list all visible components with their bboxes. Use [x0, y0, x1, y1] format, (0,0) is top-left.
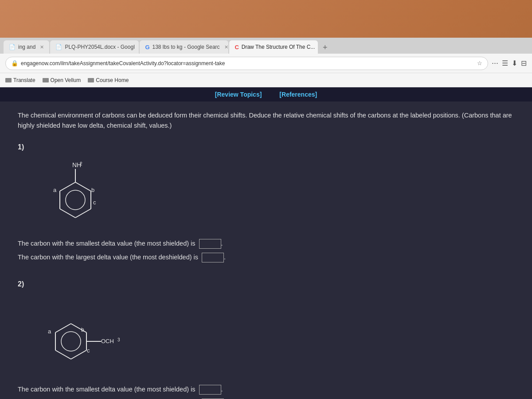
tab-4[interactable]: C Draw The Structure Of The C... ✕	[229, 40, 318, 54]
svg-text:OCH: OCH	[101, 338, 114, 344]
bookmark-translate-icon	[5, 78, 12, 82]
svg-text:2: 2	[80, 161, 82, 166]
bookmark-translate-label: Translate	[13, 77, 35, 83]
q2-label: 2)	[18, 278, 514, 290]
tab-2[interactable]: 📄 PLQ-PHY2054L.docx - Googl ✕	[50, 40, 139, 54]
svg-line-16	[55, 350, 71, 359]
tab-4-icon: C	[235, 44, 239, 51]
bookmark-course-home[interactable]: Course Home	[88, 77, 129, 83]
q1-smallest-line: The carbon with the smallest delta value…	[18, 239, 514, 249]
svg-text:b: b	[91, 187, 94, 193]
address-bar: 🔒 engagenow.com/ilrn/takeAssignment/take…	[0, 54, 532, 73]
download-icon[interactable]: ⬇	[512, 59, 517, 67]
url-box[interactable]: 🔒 engagenow.com/ilrn/takeAssignment/take…	[5, 57, 488, 70]
svg-line-18	[55, 324, 71, 332]
desktop: 📄 ing and ✕ 📄 PLQ-PHY2054L.docx - Googl …	[0, 0, 532, 399]
address-icons: ··· ☰ ⬇ ⊟	[492, 59, 527, 68]
q1-smallest-text: The carbon with the smallest delta value…	[18, 240, 196, 247]
q1-largest-line: The carbon with the largest delta value …	[18, 252, 514, 262]
tab-3[interactable]: G 138 lbs to kg - Google Searc ✕	[140, 40, 228, 54]
tab-3-close[interactable]: ✕	[224, 44, 228, 50]
svg-text:a: a	[53, 187, 57, 193]
lock-icon: 🔒	[11, 60, 18, 66]
q2-smallest-input[interactable]	[199, 385, 221, 395]
svg-line-2	[75, 209, 91, 218]
tab-3-label: 138 lbs to kg - Google Searc	[153, 44, 220, 50]
svg-text:c: c	[93, 199, 96, 206]
q1-smallest-input[interactable]	[199, 239, 221, 249]
bookmark-course-label: Course Home	[96, 77, 129, 83]
bookmark-star-icon[interactable]: ☆	[477, 60, 482, 66]
bookmark-course-icon	[88, 78, 94, 82]
question-1: 1)	[18, 141, 514, 262]
review-topics-button[interactable]: [Review Topics]	[215, 91, 262, 98]
svg-text:b: b	[81, 327, 84, 333]
q1-largest-input[interactable]	[202, 253, 224, 262]
q1-largest-text: The carbon with the largest delta value …	[18, 254, 198, 261]
new-tab-button[interactable]: +	[319, 41, 331, 54]
content-area: The chemical environment of carbons can …	[0, 102, 532, 399]
intro-paragraph: The chemical environment of carbons can …	[18, 110, 514, 131]
tab-1[interactable]: 📄 ing and ✕	[4, 40, 49, 54]
svg-point-6	[66, 190, 85, 210]
references-button[interactable]: [References]	[279, 91, 317, 98]
bookmark-vellum-label: Open Vellum	[51, 77, 81, 83]
reading-mode-icon[interactable]: ☰	[502, 59, 508, 67]
q1-molecule: NH 2 a b c	[35, 160, 514, 230]
q2-smallest-line: The carbon with the smallest delta value…	[18, 384, 514, 395]
tab-1-label: ing and	[18, 44, 35, 50]
svg-line-5	[60, 182, 75, 191]
tab-1-close[interactable]: ✕	[40, 44, 44, 50]
svg-line-0	[75, 182, 91, 191]
question-2: 2)	[18, 278, 514, 399]
svg-point-19	[61, 332, 81, 351]
q2-smallest-text: The carbon with the smallest delta value…	[18, 386, 196, 393]
review-bar: [Review Topics] [References]	[0, 87, 532, 102]
page-content: [Review Topics] [References] The chemica…	[0, 87, 532, 399]
bookmark-vellum[interactable]: Open Vellum	[43, 77, 81, 83]
tab-bar: 📄 ing and ✕ 📄 PLQ-PHY2054L.docx - Googl …	[0, 38, 532, 54]
ellipsis-icon[interactable]: ···	[492, 59, 498, 68]
tab-2-label: PLQ-PHY2054L.docx - Googl	[65, 44, 134, 50]
svg-line-13	[71, 324, 86, 332]
svg-text:a: a	[48, 328, 51, 335]
tab-4-label: Draw The Structure Of The C...	[242, 44, 315, 50]
bookmark-translate[interactable]: Translate	[5, 77, 35, 83]
browser-window: 📄 ing and ✕ 📄 PLQ-PHY2054L.docx - Googl …	[0, 38, 532, 399]
q2-molecule: b OCH 3 a c	[35, 297, 514, 376]
tab-3-icon: G	[145, 44, 149, 51]
tab-1-icon: 📄	[9, 44, 16, 50]
q1-label: 1)	[18, 141, 514, 153]
svg-line-3	[60, 209, 75, 218]
svg-line-15	[71, 350, 86, 359]
svg-text:c: c	[87, 347, 90, 354]
url-text: engagenow.com/ilrn/takeAssignment/takeCo…	[21, 60, 474, 66]
sidebar-icon[interactable]: ⊟	[521, 59, 527, 67]
bookmark-vellum-icon	[43, 78, 49, 82]
bookmarks-bar: Translate Open Vellum Course Home	[0, 73, 532, 87]
svg-text:3: 3	[117, 337, 120, 342]
tab-2-icon: 📄	[55, 44, 62, 50]
